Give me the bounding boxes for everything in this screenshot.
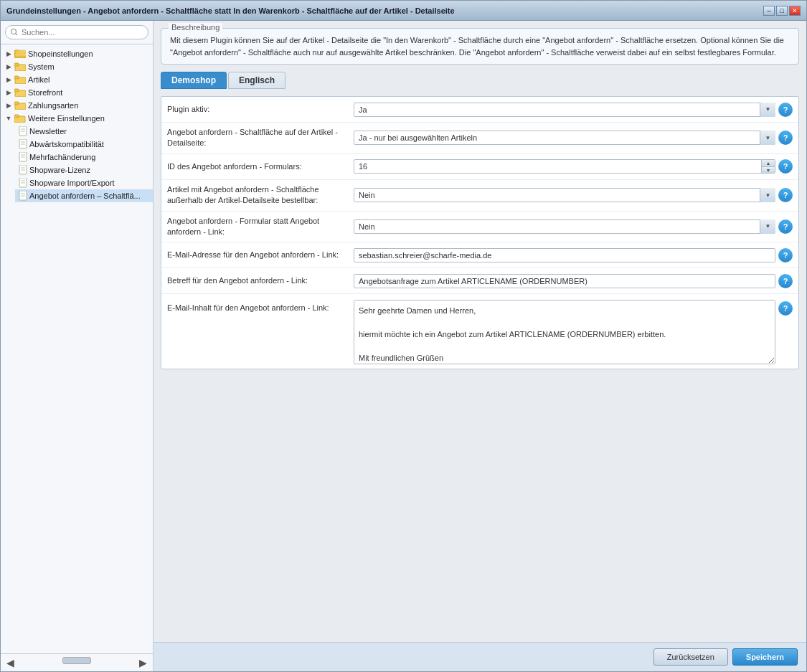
sidebar-item-label: Newsletter [29,127,67,136]
spinner-input-id[interactable] [354,159,762,174]
sidebar-item-label: Angebot anfordern – Schaltflä... [29,191,141,200]
restore-button[interactable]: □ [776,6,788,16]
sidebar-item-newsletter[interactable]: Newsletter [15,125,153,138]
help-button-email-adresse[interactable]: ? [778,248,793,262]
sidebar-item-artikel[interactable]: ▶ Artikel [1,73,153,86]
sidebar-item-label: Shopware Import/Export [29,179,115,187]
help-button-formular-statt-link[interactable]: ? [778,219,793,234]
select-plugin-aktiv[interactable]: Ja Nein [354,103,775,117]
sidebar-item-label: Storefront [28,88,62,97]
form-label-plugin-aktiv: Plugin aktiv: [167,104,354,115]
help-button-betreff[interactable]: ? [778,274,793,288]
sidebar-item-label: Weitere Einstellungen [28,114,105,123]
svg-rect-28 [19,191,27,200]
help-button-email-inhalt[interactable]: ? [778,301,793,316]
spinner-down-button[interactable]: ▼ [762,167,775,174]
sidebar-next-arrow[interactable]: ▶ [136,657,150,668]
folder-icon [14,49,27,59]
form-control-ausserhalb: Ja Nein ▼ ? [354,188,793,202]
textarea-email-inhalt[interactable]: Sehr geehrte Damen und Herren, hiermit m… [354,300,775,364]
help-button-ausserhalb[interactable]: ? [778,188,793,202]
reset-button[interactable]: Zurücksetzen [653,648,728,666]
select-angebot-schaltflache[interactable]: Ja Ja - nur bei ausgewählten Artikeln Ne… [354,131,775,145]
form-row-email-adresse: E-Mail-Adresse für den Angebot anfordern… [161,242,798,268]
content-inner: Beschreibung Mit diesem Plugin können Si… [154,21,806,642]
main-layout: ▶ Shopeinstellungen ▶ System ▶ [1,21,806,671]
search-input[interactable] [5,25,148,39]
sidebar: ▶ Shopeinstellungen ▶ System ▶ [1,21,154,671]
sidebar-item-label: Abwärtskompatibilität [29,140,104,148]
form-control-angebot-schaltflache: Ja Ja - nur bei ausgewählten Artikeln Ne… [354,131,793,145]
title-bar: Grundeinstellungen - Angebot anfordern -… [1,1,806,21]
tab-englisch[interactable]: Englisch [228,72,285,89]
tabs-bar: Demoshop Englisch [161,72,799,89]
svg-rect-8 [14,89,19,92]
svg-rect-13 [19,126,27,136]
folder-icon [14,75,27,85]
content-area: Beschreibung Mit diesem Plugin können Si… [154,21,806,671]
expand-icon: ▶ [4,49,14,59]
input-email-adresse[interactable] [354,248,775,262]
sidebar-item-label: Artikel [28,75,50,84]
spinner-wrapper-id: ▲ ▼ [354,159,775,174]
folder-icon-open [14,113,27,123]
sidebar-item-shopware-import-export[interactable]: Shopware Import/Export [15,176,153,189]
tab-demoshop[interactable]: Demoshop [161,72,227,89]
expand-icon: ▶ [4,100,14,110]
sidebar-item-system[interactable]: ▶ System [1,60,153,73]
form-control-plugin-aktiv: Ja Nein ▼ ? [354,103,793,117]
form-label-betreff: Betreff für den Angebot anfordern - Link… [167,275,354,286]
form-label-id-formular: ID des Angebot anfordern - Formulars: [167,161,354,172]
sidebar-item-label: Shopeinstellungen [28,49,93,58]
input-betreff[interactable] [354,274,775,288]
form-control-formular-statt-link: Ja Nein ▼ ? [354,219,793,234]
folder-icon [14,87,27,98]
help-button-id-formular[interactable]: ? [778,159,793,174]
sidebar-item-label: System [28,62,55,71]
sidebar-item-angebot-anfordern[interactable]: Angebot anfordern – Schaltflä... [15,189,153,202]
sidebar-bottom: ◀ ▶ [1,653,153,671]
sidebar-item-abwartskompatibilitat[interactable]: Abwärtskompatibilität [15,138,153,151]
close-button[interactable]: ✕ [789,6,801,16]
svg-rect-10 [14,102,19,105]
doc-icon [18,126,28,136]
select-formular-statt-link[interactable]: Ja Nein [354,219,775,234]
sidebar-item-shopeinstellungen[interactable]: ▶ Shopeinstellungen [1,47,153,60]
help-button-angebot-schaltflache[interactable]: ? [778,131,793,145]
sidebar-item-shopware-lizenz[interactable]: Shopware-Lizenz [15,164,153,176]
sidebar-item-storefront[interactable]: ▶ Storefront [1,86,153,99]
form-label-ausserhalb: Artikel mit Angebot anfordern - Schaltfl… [167,184,354,207]
select-wrapper-formular-statt-link: Ja Nein ▼ [354,219,775,234]
sidebar-item-zahlungsarten[interactable]: ▶ Zahlungsarten [1,99,153,112]
form-control-email-inhalt: Sehr geehrte Damen und Herren, hiermit m… [354,300,793,364]
save-button[interactable]: Speichern [732,648,798,666]
sidebar-prev-arrow[interactable]: ◀ [4,657,17,668]
svg-rect-12 [14,115,19,118]
svg-rect-19 [19,152,27,161]
form-control-betreff: ? [354,274,793,288]
select-wrapper-angebot-schaltflache: Ja Ja - nur bei ausgewählten Artikeln Ne… [354,131,775,145]
help-button-plugin-aktiv[interactable]: ? [778,103,793,117]
form-row-ausserhalb: Artikel mit Angebot anfordern - Schaltfl… [161,180,798,212]
doc-icon [18,152,28,162]
minimize-button[interactable]: – [763,6,775,16]
description-box: Beschreibung Mit diesem Plugin können Si… [161,28,799,65]
tab-demoshop-label: Demoshop [171,75,216,85]
sidebar-item-label: Zahlungsarten [28,101,78,110]
bottom-bar: Zurücksetzen Speichern [154,642,806,671]
form-control-email-adresse: ? [354,248,793,262]
select-ausserhalb[interactable]: Ja Nein [354,188,775,202]
form-row-formular-statt-link: Angebot anfordern - Formular statt Angeb… [161,212,798,243]
select-wrapper-plugin-aktiv: Ja Nein ▼ [354,103,775,117]
folder-icon [14,100,27,110]
form-label-formular-statt-link: Angebot anfordern - Formular statt Angeb… [167,216,354,238]
spinner-up-button[interactable]: ▲ [762,160,775,167]
sidebar-item-mehrfachanderung[interactable]: Mehrfachänderung [15,151,153,164]
description-legend: Beschreibung [169,23,222,32]
sidebar-scrollbar[interactable] [62,657,91,664]
doc-icon [18,191,28,201]
folder-icon [14,62,27,72]
sidebar-item-weitere-einstellungen[interactable]: ▼ Weitere Einstellungen [1,112,153,125]
svg-rect-16 [19,139,27,148]
weitere-einstellungen-children: Newsletter Abwärtskompatibilität Mehrfac… [1,125,153,202]
